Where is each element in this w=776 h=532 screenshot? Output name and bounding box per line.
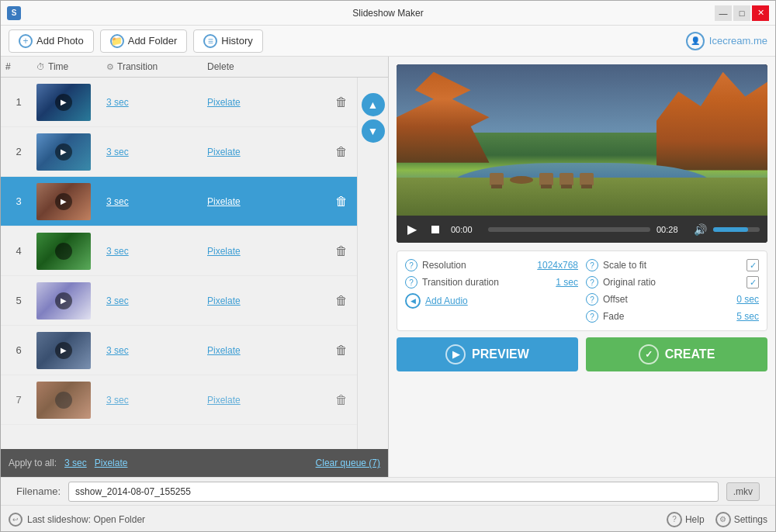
- delete-button[interactable]: 🗑: [332, 241, 351, 261]
- play-overlay: ▶: [55, 143, 72, 161]
- transition-link[interactable]: Pixelate: [207, 147, 241, 157]
- move-down-button[interactable]: ▼: [362, 119, 385, 143]
- time-link[interactable]: 3 sec: [106, 345, 129, 356]
- volume-button[interactable]: 🔊: [694, 223, 707, 236]
- stop-button[interactable]: ⏹: [426, 221, 445, 238]
- time-link[interactable]: 3 sec: [106, 295, 129, 306]
- chair: [559, 173, 573, 185]
- transition-duration-row: ? Transition duration 1 sec: [405, 276, 578, 288]
- transition-link[interactable]: Pixelate: [207, 295, 241, 306]
- table-header: # ⏱ Time ⚙ Transition Delete: [1, 57, 388, 78]
- transition-cell: Pixelate: [203, 295, 326, 306]
- move-up-button[interactable]: ▲: [362, 93, 385, 116]
- fade-value[interactable]: 5 sec: [736, 311, 759, 322]
- add-audio-link[interactable]: Add Audio: [425, 295, 468, 306]
- original-ratio-row: ? Original ratio ✓: [586, 276, 759, 288]
- table-row: 7 3 sec Pixelate 🗑: [1, 375, 357, 425]
- maximize-button[interactable]: □: [733, 5, 750, 21]
- ratio-help-icon[interactable]: ?: [586, 276, 598, 288]
- scale-help-icon[interactable]: ?: [586, 259, 598, 271]
- play-overlay: ▶: [55, 292, 72, 309]
- close-button[interactable]: ✕: [752, 5, 769, 21]
- window-controls: — □ ✕: [715, 5, 769, 21]
- row-number: 6: [1, 344, 32, 356]
- apply-bar: Apply to all: 3 sec Pixelate Clear queue…: [1, 449, 388, 477]
- settings-panel: ? Resolution 1024x768 ? Transition durat…: [397, 250, 767, 331]
- main-content: # ⏱ Time ⚙ Transition Delete 1: [1, 57, 775, 477]
- transition-cell: Pixelate: [203, 394, 326, 406]
- delete-button[interactable]: 🗑: [332, 192, 351, 212]
- row-number: 1: [1, 96, 32, 108]
- delete-button[interactable]: 🗑: [332, 142, 351, 162]
- filename-input[interactable]: [68, 482, 719, 502]
- resolution-value[interactable]: 1024x768: [537, 260, 578, 271]
- play-overlay: ▶: [55, 94, 72, 111]
- header-delete: Delete: [203, 61, 357, 72]
- video-preview: ▶ ⏹ 00:00 00:28 🔊: [397, 64, 767, 243]
- nav-arrows: ▲ ▼: [357, 78, 388, 449]
- delete-button[interactable]: 🗑: [332, 291, 351, 311]
- apply-time[interactable]: 3 sec: [64, 458, 87, 468]
- scene-table: [510, 176, 533, 184]
- row-number: 2: [1, 146, 32, 157]
- transition-link[interactable]: Pixelate: [207, 97, 241, 108]
- time-current: 00:00: [451, 225, 482, 234]
- play-overlay: ▶: [55, 342, 72, 359]
- create-button[interactable]: ✓ CREATE: [586, 337, 767, 371]
- delete-button[interactable]: 🗑: [332, 390, 351, 410]
- offset-help-icon[interactable]: ?: [586, 293, 598, 306]
- settings-button[interactable]: ⚙ Settings: [715, 512, 767, 527]
- thumbnail-cell: [32, 378, 102, 422]
- clock-icon: ⏱: [36, 62, 45, 71]
- time-link[interactable]: 3 sec: [106, 246, 129, 257]
- time-link[interactable]: 3 sec: [106, 395, 129, 406]
- thumbnail: [36, 382, 91, 419]
- scene-chairs: [490, 173, 594, 185]
- transition-link[interactable]: Pixelate: [207, 196, 241, 207]
- delete-button[interactable]: 🗑: [332, 340, 351, 361]
- ratio-checkbox[interactable]: ✓: [747, 276, 759, 288]
- time-link[interactable]: 3 sec: [106, 147, 129, 157]
- apply-transition[interactable]: Pixelate: [95, 458, 128, 468]
- play-overlay: [55, 392, 72, 409]
- delete-cell: 🗑: [326, 390, 357, 410]
- minimize-button[interactable]: —: [715, 5, 732, 21]
- volume-bar[interactable]: [713, 227, 760, 232]
- add-audio-icon[interactable]: ◀: [405, 293, 421, 309]
- ratio-label: Original ratio: [603, 277, 742, 288]
- resolution-help-icon[interactable]: ?: [405, 259, 417, 271]
- history-button[interactable]: ≡ History: [193, 29, 262, 53]
- table-row: 6 ▶ 3 sec Pixelate 🗑: [1, 326, 357, 375]
- time-cell: 3 sec: [102, 96, 203, 108]
- transition-link[interactable]: Pixelate: [207, 246, 241, 257]
- help-button[interactable]: ? Help: [667, 512, 705, 527]
- thumbnail: ▶: [36, 84, 91, 121]
- progress-bar[interactable]: [488, 227, 650, 232]
- play-button[interactable]: ▶: [404, 220, 420, 238]
- time-link[interactable]: 3 sec: [106, 196, 129, 207]
- offset-value[interactable]: 0 sec: [736, 294, 759, 305]
- header-num: #: [1, 61, 32, 72]
- add-photo-button[interactable]: + Add Photo: [9, 29, 94, 53]
- fade-help-icon[interactable]: ?: [586, 310, 598, 323]
- transition-duration-help-icon[interactable]: ?: [405, 276, 417, 288]
- transition-link[interactable]: Pixelate: [207, 395, 241, 406]
- transition-duration-label: Transition duration: [422, 277, 551, 288]
- transition-link[interactable]: Pixelate: [207, 345, 241, 356]
- row-number: 7: [1, 394, 32, 406]
- brand-button[interactable]: 👤 Icecream.me: [686, 32, 767, 50]
- title-bar: S Slideshow Maker — □ ✕: [1, 1, 775, 26]
- play-overlay: ▶: [55, 193, 72, 210]
- add-photo-icon: +: [19, 34, 33, 48]
- add-audio-row: ◀ Add Audio: [405, 293, 578, 309]
- time-link[interactable]: 3 sec: [106, 97, 129, 108]
- left-panel: # ⏱ Time ⚙ Transition Delete 1: [1, 57, 389, 477]
- resolution-row: ? Resolution 1024x768: [405, 259, 578, 271]
- scale-checkbox[interactable]: ✓: [747, 259, 759, 271]
- preview-button[interactable]: ▶ PREVIEW: [397, 337, 578, 371]
- delete-button[interactable]: 🗑: [332, 92, 351, 112]
- transition-duration-value[interactable]: 1 sec: [556, 277, 578, 288]
- table-row: 2 ▶ 3 sec Pixelate 🗑: [1, 127, 357, 177]
- add-folder-button[interactable]: 📁 Add Folder: [100, 29, 188, 53]
- clear-queue-button[interactable]: Clear queue (7): [316, 458, 380, 468]
